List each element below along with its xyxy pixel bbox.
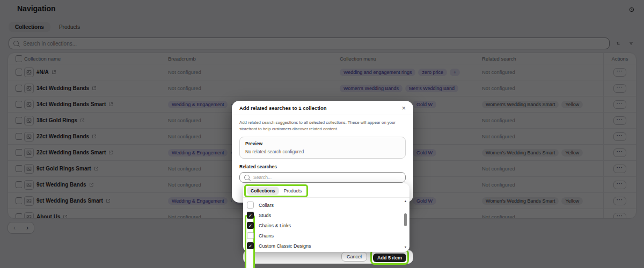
option-label: Studs — [259, 213, 271, 218]
scroll-up-icon[interactable]: ▲ — [403, 200, 408, 203]
modal-body: Add related search suggestions to all se… — [232, 115, 413, 183]
option-checkbox[interactable]: ✓ — [247, 242, 254, 249]
annotation-highlight-tabs: CollectionsProducts — [244, 184, 308, 197]
close-icon[interactable]: × — [401, 105, 406, 111]
modal-title: Add related searches to 1 collection — [239, 105, 327, 111]
option-checkbox[interactable]: ✓ — [247, 212, 254, 219]
scroll-down-icon[interactable]: ▼ — [403, 246, 408, 249]
preview-box: Preview No related search configured — [239, 137, 406, 159]
scrollbar-thumb[interactable] — [404, 213, 407, 226]
option-label: Custom Classic Designs — [259, 243, 311, 249]
list-item: Collars — [243, 200, 409, 210]
dropdown-tab-collections[interactable]: Collections — [247, 187, 279, 195]
related-searches-label: Related searches — [239, 164, 406, 169]
preview-label: Preview — [245, 141, 400, 146]
option-checkbox[interactable] — [247, 202, 254, 209]
option-checkbox[interactable]: ✓ — [247, 222, 254, 229]
modal-description: Add related search suggestions to all se… — [239, 120, 406, 132]
search-icon — [244, 175, 250, 180]
modal-header: Add related searches to 1 collection × — [232, 101, 413, 115]
preview-empty-text: No related search configured — [245, 149, 400, 154]
option-label: Chains — [259, 233, 274, 239]
add-items-button[interactable]: Add 5 item — [373, 254, 406, 262]
related-search-dropdown: CollectionsProducts Collars✓Studs✓Chains… — [243, 183, 409, 252]
dropdown-tab-bar: CollectionsProducts — [243, 183, 409, 198]
dropdown-option-list: Collars✓Studs✓Chains & LinksChains✓Custo… — [243, 198, 409, 251]
cancel-button[interactable]: Cancel — [341, 252, 367, 262]
list-item: ✓Studs — [243, 210, 409, 220]
dropdown-scrollbar: ▲ ▼ — [403, 199, 408, 250]
list-item: Chains — [243, 230, 409, 241]
modal-search-input[interactable] — [252, 174, 401, 181]
dropdown-tab-products[interactable]: Products — [280, 187, 306, 195]
option-label: Chains & Links — [259, 223, 291, 228]
list-item: ✓Custom Classic Designs — [243, 241, 409, 251]
option-label: Collars — [259, 203, 274, 208]
list-item: ✓Chains & Links — [243, 220, 409, 230]
related-search-field[interactable] — [239, 172, 406, 183]
option-checkbox[interactable] — [247, 232, 254, 239]
